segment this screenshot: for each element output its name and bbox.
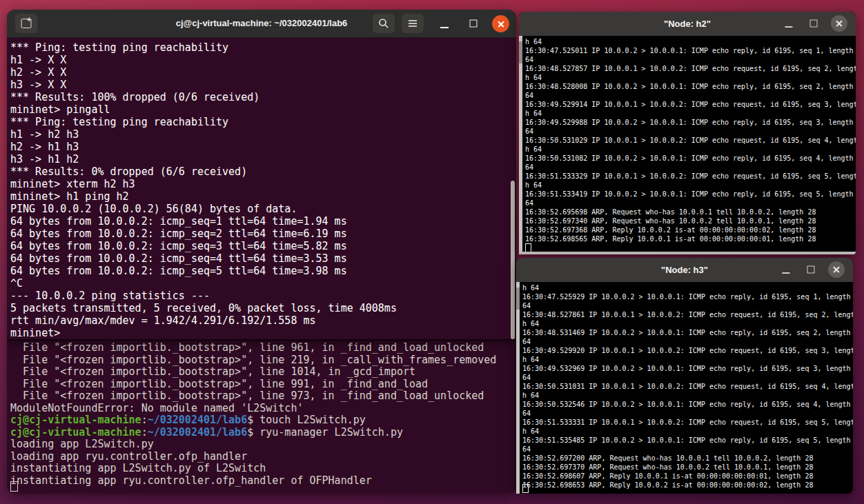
maximize-button[interactable] xyxy=(464,14,483,33)
terminal-line: h3 -> h1 h2 xyxy=(10,153,516,165)
mininet-terminal-output[interactable]: *** Ping: testing ping reachabilityh1 ->… xyxy=(7,37,516,339)
terminal-line: 64 bytes from 10.0.0.2: icmp_seq=5 ttl=6… xyxy=(10,265,516,277)
menu-button[interactable] xyxy=(402,14,424,33)
ryu-terminal-output[interactable]: File "<frozen importlib._bootstrap>", li… xyxy=(7,341,516,494)
terminal-line: h 64 xyxy=(525,109,856,118)
terminal-line: h 64 xyxy=(522,319,853,328)
minimize-button[interactable] xyxy=(780,14,798,32)
terminal-line: 64 xyxy=(522,373,853,382)
new-tab-button[interactable] xyxy=(15,14,37,33)
close-button[interactable] xyxy=(828,261,845,278)
terminal-line: 16:30:52.697200 ARP, Request who-has 10.… xyxy=(522,454,853,463)
terminal-line: h1 -> X X xyxy=(10,54,516,66)
terminal-line: 16:30:51.535485 IP 10.0.0.2 > 10.0.0.1: … xyxy=(522,436,853,445)
maximize-button[interactable] xyxy=(802,261,820,279)
terminal-line: 16:30:47.525929 IP 10.0.0.2 > 10.0.0.1: … xyxy=(522,292,853,301)
maximize-icon xyxy=(470,20,478,28)
terminal-line: loading app ryu.controller.ofp_handler xyxy=(10,451,516,463)
minimize-button[interactable] xyxy=(777,261,795,279)
terminal-line: 16:30:49.529920 IP 10.0.0.1 > 10.0.0.2: … xyxy=(522,346,853,355)
terminal-line: h 64 xyxy=(522,283,853,292)
terminal-line: *** Ping: testing ping reachability xyxy=(10,41,516,54)
terminal-line: 64 xyxy=(525,199,856,208)
search-button[interactable] xyxy=(373,14,395,33)
terminal-line: 64 bytes from 10.0.0.2: icmp_seq=2 ttl=6… xyxy=(10,228,516,240)
terminal-line: 16:30:52.697370 ARP, Request who-has 10.… xyxy=(522,463,853,472)
xterm-scrollbar[interactable] xyxy=(516,282,520,494)
terminal-line: File "<frozen importlib._bootstrap>", li… xyxy=(10,379,516,391)
terminal-line: PING 10.0.0.2 (10.0.0.2) 56(84) bytes of… xyxy=(10,203,516,215)
terminal-line: mininet> pingall xyxy=(10,103,516,116)
xterm-scrollbar[interactable] xyxy=(519,36,522,254)
terminal-line: 16:30:52.698565 ARP, Reply 10.0.0.1 is-a… xyxy=(525,234,856,243)
terminal-line: 64 bytes from 10.0.0.2: icmp_seq=1 ttl=6… xyxy=(10,215,516,228)
terminal-line: h 64 xyxy=(522,427,853,436)
terminal-line: 5 packets transmitted, 5 received, 0% pa… xyxy=(10,302,516,314)
terminal-line: h1 -> h2 h3 xyxy=(10,128,516,141)
minimize-icon xyxy=(440,27,449,28)
terminal-line: *** Ping: testing ping reachability xyxy=(10,116,516,128)
terminal-line: mininet> h1 ping h2 xyxy=(10,190,516,203)
desktop: { "colors": { "accent_close": "#e95420",… xyxy=(0,0,864,504)
terminal-line: cj@cj-virtual-machine:~/032002401/lab6$ … xyxy=(10,414,516,427)
terminal-line: 16:30:50.532546 IP 10.0.0.2 > 10.0.0.1: … xyxy=(522,400,853,409)
terminal-line: h 64 xyxy=(525,37,856,46)
terminal-line: *** Results: 100% dropped (0/6 received) xyxy=(10,91,516,103)
close-icon xyxy=(492,15,509,32)
close-button[interactable] xyxy=(831,15,847,32)
terminal-line: File "<frozen importlib._bootstrap>", li… xyxy=(10,366,516,379)
minimize-button[interactable] xyxy=(435,14,454,33)
terminal-line: File "<frozen importlib._bootstrap>", li… xyxy=(10,354,516,367)
terminal-line: instantiating app L2Switch.py of L2Switc… xyxy=(10,463,516,475)
main-terminal-titlebar[interactable]: cj@cj-virtual-machine: ~/032002401/lab6 xyxy=(7,10,516,38)
terminal-line: 16:30:52.695698 ARP, Request who-has 10.… xyxy=(525,208,856,216)
xterm-output-h3[interactable]: h 6416:30:47.525929 IP 10.0.0.2 > 10.0.0… xyxy=(520,282,853,494)
terminal-line: 64 xyxy=(522,301,853,310)
terminal-line: 16:30:49.529914 IP 10.0.0.1 > 10.0.0.2: … xyxy=(525,100,856,109)
scrollbar-thumb[interactable] xyxy=(516,288,520,310)
window-bottom-edge xyxy=(519,252,856,254)
terminal-scrollbar[interactable] xyxy=(511,181,515,339)
terminal-line: 64 xyxy=(525,91,856,100)
xterm-h3-titlebar[interactable]: "Node: h3" xyxy=(516,258,853,282)
terminal-line: h3 -> X X xyxy=(10,79,516,91)
terminal-line: h2 -> h1 h3 xyxy=(10,141,516,153)
terminal-line: 64 xyxy=(525,127,856,136)
terminal-line: instantiating app ryu.controller.ofp_han… xyxy=(10,475,516,487)
terminal-line: 16:30:47.525011 IP 10.0.0.2 > 10.0.0.1: … xyxy=(525,46,856,55)
terminal-line: 64 xyxy=(525,163,856,172)
close-button[interactable] xyxy=(492,15,509,32)
xterm-h2-titlebar[interactable]: "Node: h2" xyxy=(519,12,856,36)
terminal-line: File "<frozen importlib._bootstrap>", li… xyxy=(10,342,516,354)
scrollbar-thumb[interactable] xyxy=(519,41,522,63)
search-icon xyxy=(378,18,389,29)
terminal-line: h 64 xyxy=(525,181,856,190)
terminal-line: 16:30:49.529988 IP 10.0.0.2 > 10.0.0.1: … xyxy=(525,118,856,127)
terminal-line: ModuleNotFoundError: No module named 'L2… xyxy=(10,403,516,415)
terminal-line: mininet> xyxy=(10,327,516,339)
terminal-line: mininet> xterm h2 h3 xyxy=(10,178,516,190)
terminal-line: ^C xyxy=(10,277,516,290)
terminal-line: 16:30:48.528008 IP 10.0.0.2 > 10.0.0.1: … xyxy=(525,82,856,91)
terminal-line: 16:30:50.531029 IP 10.0.0.1 > 10.0.0.2: … xyxy=(525,136,856,145)
terminal-line: 16:30:50.531031 IP 10.0.0.1 > 10.0.0.2: … xyxy=(522,382,853,391)
xterm-output-h2[interactable]: h 6416:30:47.525011 IP 10.0.0.2 > 10.0.0… xyxy=(523,36,856,254)
terminal-line: 64 xyxy=(522,337,853,346)
main-terminal-window: cj@cj-virtual-machine: ~/032002401/lab6 xyxy=(7,10,516,339)
terminal-line: 64 xyxy=(522,445,853,454)
ryu-terminal-window: File "<frozen importlib._bootstrap>", li… xyxy=(7,339,516,494)
terminal-line: *** Results: 0% dropped (6/6 received) xyxy=(10,165,516,178)
terminal-line: h 64 xyxy=(522,355,853,364)
terminal-line: 64 bytes from 10.0.0.2: icmp_seq=4 ttl=6… xyxy=(10,252,516,265)
terminal-line: 16:30:51.533329 IP 10.0.0.1 > 10.0.0.2: … xyxy=(525,172,856,181)
terminal-line: cj@cj-virtual-machine:~/032002401/lab6$ … xyxy=(10,427,516,439)
terminal-line: h 64 xyxy=(522,391,853,400)
terminal-line: 16:30:52.697368 ARP, Reply 10.0.0.2 is-a… xyxy=(525,225,856,234)
terminal-line: h2 -> X X xyxy=(10,66,516,79)
terminal-line: 16:30:52.698653 ARP, Reply 10.0.0.2 is-a… xyxy=(522,481,853,490)
maximize-button[interactable] xyxy=(805,14,823,32)
terminal-line: loading app L2Switch.py xyxy=(10,439,516,451)
terminal-line: 16:30:51.533419 IP 10.0.0.2 > 10.0.0.1: … xyxy=(525,190,856,199)
terminal-cursor xyxy=(10,481,18,492)
terminal-line: 16:30:49.532969 IP 10.0.0.2 > 10.0.0.1: … xyxy=(522,364,853,373)
